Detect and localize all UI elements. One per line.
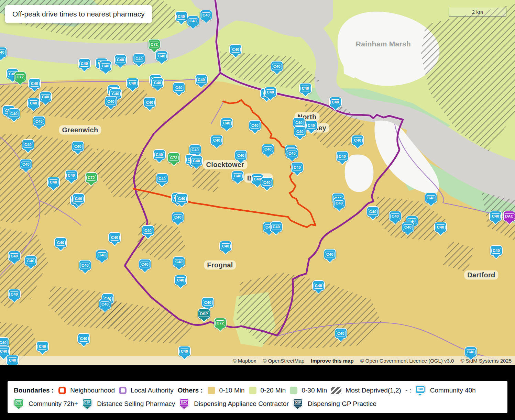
pharmacy-marker-c40[interactable]: C40 [299,83,312,94]
pharmacy-marker-c40[interactable]: C40 [291,162,304,173]
pharmacy-marker-c40[interactable]: C40 [286,148,298,159]
pharmacy-marker-c40[interactable]: C40 [261,177,273,188]
pharmacy-marker-c40[interactable]: C40 [434,222,447,233]
pharmacy-marker-c40[interactable]: C40 [79,260,91,271]
pharmacy-marker-c40[interactable]: C40 [77,333,90,344]
pharmacy-marker-c40[interactable]: C40 [329,97,342,108]
pharmacy-marker-c40[interactable]: C40 [105,96,117,107]
pharmacy-marker-c40[interactable]: C40 [72,193,85,204]
pharmacy-marker-c40[interactable]: C40 [271,61,283,72]
pharmacy-marker-c40[interactable]: C40 [312,280,325,291]
attribution-ogl[interactable]: © Open Government Licence (OGL) v3.0 [360,358,454,364]
pharmacy-marker-c40[interactable]: C40 [28,78,41,89]
improve-this-map-link[interactable]: Improve this map [311,358,353,364]
pharmacy-marker-c40[interactable]: C40 [178,346,191,357]
pharmacy-marker-c40[interactable]: C40 [324,249,336,260]
pharmacy-marker-c40[interactable]: C40 [464,346,477,357]
pharmacy-marker-c40[interactable]: C40 [8,251,21,262]
pharmacy-marker-c40[interactable]: C40 [139,259,151,270]
c40-glyph: C40 [300,86,310,91]
c40-glyph: C40 [325,252,335,257]
pharmacy-marker-c40[interactable]: C40 [220,118,233,129]
pharmacy-marker-c40[interactable]: C40 [96,250,108,261]
pharmacy-marker-c40[interactable]: C40 [172,212,184,223]
c40-glyph: C40 [231,47,241,53]
pharmacy-marker-c40[interactable]: C40 [229,44,242,55]
pharmacy-marker-c40[interactable]: C40 [153,149,166,160]
pharmacy-marker-c40[interactable]: C40 [173,82,185,93]
pharmacy-marker-c40[interactable]: C40 [187,15,199,26]
pharmacy-marker-c40[interactable]: C40 [156,173,168,184]
pharmacy-marker-c40[interactable]: C40 [27,98,40,109]
pharmacy-marker-c40[interactable]: C40 [489,211,502,222]
c40-glyph: C40 [196,77,206,83]
pharmacy-marker-c72[interactable]: C72 [148,39,161,50]
pharmacy-marker-c72[interactable]: C72 [214,318,227,329]
pharmacy-marker-c40[interactable]: C40 [264,87,277,98]
pharmacy-marker-c40[interactable]: C40 [173,256,185,267]
pharmacy-marker-c40[interactable]: C40 [195,74,208,85]
pharmacy-marker-c40[interactable]: C40 [72,141,84,152]
pharmacy-marker-c40[interactable]: C40 [65,170,78,181]
pharmacy-marker-c40[interactable]: C40 [249,120,261,131]
pharmacy-marker-c40[interactable]: C40 [333,198,346,209]
attribution-mapbox[interactable]: © Mapbox [233,358,256,364]
pharmacy-marker-c40[interactable]: C40 [0,47,7,58]
pharmacy-marker-c40[interactable]: C40 [190,155,203,166]
pharmacy-marker-c40[interactable]: C40 [210,135,223,146]
pharmacy-marker-c40[interactable]: C40 [231,170,244,181]
pharmacy-marker-c40[interactable]: C40 [8,108,20,119]
attribution-osm[interactable]: © OpenStreetMap [263,358,304,364]
pharmacy-marker-c72[interactable]: C72 [14,71,26,82]
place-label-rainham-marsh: Rainham Marsh [353,39,414,49]
pharmacy-marker-c40[interactable]: C40 [490,245,503,256]
pharmacy-marker-c40[interactable]: C40 [8,289,21,300]
pharmacy-marker-c40[interactable]: C40 [336,151,349,162]
pharmacy-marker-c40[interactable]: C40 [175,193,188,204]
pharmacy-marker-c40[interactable]: C40 [389,211,402,222]
pharmacy-marker-c40[interactable]: C40 [151,77,164,88]
pharmacy-marker-c40[interactable]: C40 [294,126,306,137]
pharmacy-marker-c40[interactable]: C40 [22,139,34,150]
pharmacy-marker-c40[interactable]: C40 [142,225,154,236]
pharmacy-marker-c40[interactable]: C40 [219,241,232,252]
pharmacy-marker-c40[interactable]: C40 [425,192,437,203]
pharmacy-marker-c40[interactable]: C40 [47,177,60,188]
c40-glyph: C40 [157,53,167,59]
pharmacy-marker-c40[interactable]: C40 [155,51,168,62]
pharmacy-marker-c40[interactable]: C40 [402,222,414,233]
c40-glyph: C40 [417,387,424,391]
pharmacy-marker-c40[interactable]: C40 [366,206,379,217]
pharmacy-marker-c40[interactable]: C40 [78,58,91,69]
pharmacy-marker-c40[interactable]: C40 [6,355,19,365]
pharmacy-marker-c40[interactable]: C40 [99,299,111,310]
pharmacy-marker-c40[interactable]: C40 [126,78,139,89]
pharmacy-marker-c72[interactable]: C72 [85,172,98,183]
pharmacy-marker-c40[interactable]: C40 [33,116,45,127]
c40-glyph: C40 [8,357,18,363]
pharmacy-marker-c40[interactable]: C40 [143,97,156,108]
pharmacy-marker-c40[interactable]: C40 [99,60,112,71]
pharmacy-marker-dac[interactable]: DAC [503,211,515,222]
map-canvas[interactable]: GreenwichClocktowerBexleyNorthBexleyFrog… [0,0,515,365]
pharmacy-marker-c40[interactable]: C40 [234,150,247,161]
pharmacy-marker-c40[interactable]: C40 [351,135,364,146]
pharmacy-marker-c40[interactable]: C40 [114,54,127,65]
pharmacy-marker-c40[interactable]: C40 [133,53,145,64]
pharmacy-marker-c40[interactable]: C40 [270,221,283,232]
pharmacy-marker-c40[interactable]: C40 [54,237,67,248]
pharmacy-marker-c40[interactable]: C40 [20,159,32,170]
pharmacy-marker-c40[interactable]: C40 [108,232,121,243]
pharmacy-marker-c40[interactable]: C40 [335,328,347,339]
pharmacy-marker-c40[interactable]: C40 [262,144,274,155]
pharmacy-marker-c40[interactable]: C40 [305,120,318,131]
pharmacy-marker-c40[interactable]: C40 [39,91,52,102]
pharmacy-marker-c40[interactable]: C40 [174,275,187,286]
pharmacy-marker-c40[interactable]: C40 [175,11,188,22]
pharmacy-marker-c40[interactable]: C40 [200,10,212,21]
pharmacy-marker-c40[interactable]: C40 [201,297,214,308]
pharmacy-marker-c40[interactable]: C40 [24,255,37,266]
pharmacy-marker-dsp[interactable]: DSP [198,308,210,319]
pharmacy-marker-c72[interactable]: C72 [167,152,180,163]
pharmacy-marker-c40[interactable]: C40 [36,341,49,352]
